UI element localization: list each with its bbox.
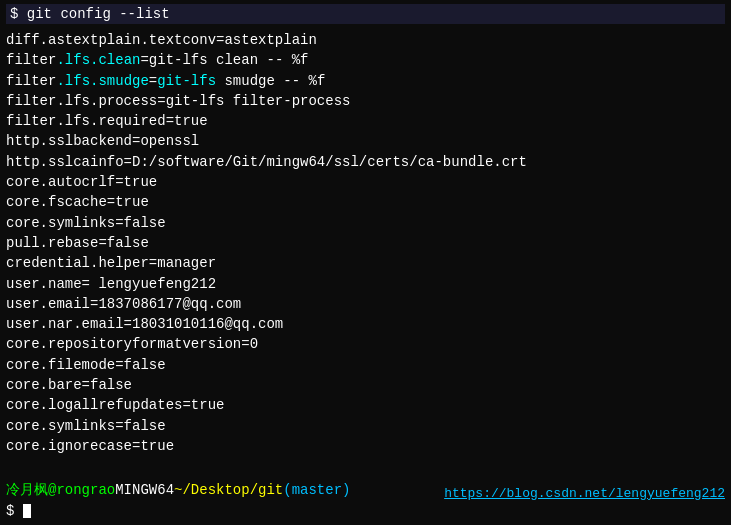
output-line: core.repositoryformatversion=0	[6, 334, 725, 354]
bottom-section: 冷月枫 @ rongrao MINGW64 ~/Desktop/git (mas…	[6, 470, 725, 521]
output-line: filter.lfs.clean=git-lfs clean -- %f	[6, 50, 725, 70]
prompt-line: 冷月枫 @ rongrao MINGW64 ~/Desktop/git (mas…	[6, 480, 350, 501]
terminal: $ git config --list diff.astextplain.tex…	[0, 0, 731, 525]
output-line: user.nar.email=18031010116@qq.com	[6, 314, 725, 334]
output-line: core.fscache=true	[6, 192, 725, 212]
dollar-line: $	[6, 501, 725, 521]
output-line: http.sslcainfo=D:/software/Git/mingw64/s…	[6, 152, 725, 172]
command-line: $ git config --list	[6, 4, 725, 24]
output-line: core.symlinks=false	[6, 213, 725, 233]
blog-link[interactable]: https://blog.csdn.net/lengyuefeng212	[444, 486, 725, 501]
output-line: core.logallrefupdates=true	[6, 395, 725, 415]
output-line: core.bare=false	[6, 375, 725, 395]
prompt-dollar: $	[6, 503, 14, 519]
output-line: core.ignorecase=true	[6, 436, 725, 456]
prompt-path: ~/Desktop/git	[174, 480, 283, 501]
output-line: core.symlinks=false	[6, 416, 725, 436]
output-line: core.filemode=false	[6, 355, 725, 375]
output-line: core.autocrlf=true	[6, 172, 725, 192]
prompt-host: rongrao	[56, 480, 115, 501]
output-line: diff.astextplain.textconv=astextplain	[6, 30, 725, 50]
bottom-row: 冷月枫 @ rongrao MINGW64 ~/Desktop/git (mas…	[6, 480, 725, 501]
output-line: filter.lfs.required=true	[6, 111, 725, 131]
prompt-mingw: MINGW64	[115, 480, 174, 501]
cursor	[23, 504, 31, 518]
output-line: user.name= lengyuefeng212	[6, 274, 725, 294]
output-line: filter.lfs.smudge=git-lfs smudge -- %f	[6, 71, 725, 91]
output-line: user.email=1837086177@qq.com	[6, 294, 725, 314]
output-line: http.sslbackend=openssl	[6, 131, 725, 151]
prompt-branch: (master)	[283, 480, 350, 501]
command-text: $ git config --list	[10, 6, 170, 22]
prompt-user: 冷月枫	[6, 480, 48, 501]
output-area: diff.astextplain.textconv=astextplainfil…	[6, 30, 725, 470]
output-line: credential.helper=manager	[6, 253, 725, 273]
output-line: filter.lfs.process=git-lfs filter-proces…	[6, 91, 725, 111]
blog-link-container: https://blog.csdn.net/lengyuefeng212	[444, 485, 725, 501]
output-line: pull.rebase=false	[6, 233, 725, 253]
prompt-at: @	[48, 480, 56, 501]
